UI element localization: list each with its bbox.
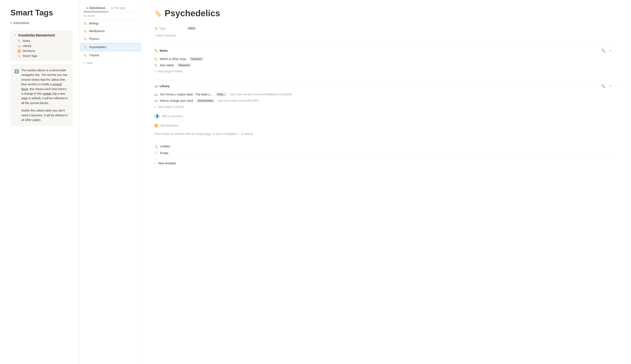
- notes-search-button[interactable]: 🔍: [600, 48, 606, 53]
- template-empty-label: Empty: [160, 151, 168, 155]
- nav-header[interactable]: → Knowledge Management: [13, 33, 70, 37]
- library-icon: 📖: [18, 44, 21, 48]
- notes-title-label: Notes: [160, 49, 168, 52]
- per-type-icon: ⊞: [111, 6, 113, 10]
- detail-tag-icon: 🏷️: [154, 10, 162, 17]
- tag-item-trauma[interactable]: 🏷️ Trauma: [79, 52, 142, 59]
- untitled-icon: 🏷️: [154, 145, 158, 148]
- note-badge-maps[interactable]: Research: [189, 57, 203, 61]
- right-panel: 🏷️ Psychedelics 🏷️ Type Mind + Add a pro…: [142, 0, 631, 364]
- nav-item-label: Notes: [23, 39, 30, 42]
- library-section-actions: 🔍 + ···: [600, 84, 618, 88]
- note-row-maps: ✏️ MAPS & Other Orgs Research: [154, 56, 618, 62]
- alphabetical-icon: ≡: [86, 6, 88, 10]
- tag-item-mindfulness[interactable]: 🏷️ Mindfulness: [79, 27, 142, 35]
- new-template-label: New template: [158, 162, 176, 165]
- nav-title[interactable]: Knowledge Management: [18, 33, 55, 37]
- arrow-icon: →: [13, 33, 17, 37]
- notes-section-icon: ✏️: [154, 49, 158, 52]
- comment-avatar: 👤: [154, 114, 160, 119]
- detail-title: Psychedelics: [165, 8, 220, 18]
- tag-icon: 🏷️: [84, 46, 87, 49]
- tag-item-biology[interactable]: 🏷️ Biology: [79, 20, 142, 27]
- callout-paragraph-1: The section above is a homemade navigati…: [21, 68, 69, 105]
- add-decisions-label: Add Decisions: [160, 124, 178, 127]
- tag-item-physics[interactable]: 🏷️ Physics: [79, 35, 142, 43]
- callout-content: The section above is a homemade navigati…: [21, 68, 69, 122]
- library-section-header: 📖 Library 🔍 + ···: [154, 84, 618, 88]
- sidebar-item-library[interactable]: 📖 Library: [18, 43, 70, 48]
- instructions-toggle[interactable]: ▶ Instructions: [11, 21, 73, 24]
- add-property-label: + Add a property: [154, 34, 176, 37]
- add-page-notes-label: New page in Notes: [158, 70, 182, 73]
- library-section-title: 📖 Library: [154, 84, 169, 88]
- lib-badge-mind[interactable]: Documentary: [196, 99, 214, 102]
- instructions-label: Instructions: [13, 21, 30, 24]
- callout-box: ℹ️ The section above is a homemade navig…: [11, 64, 73, 126]
- add-decisions-button[interactable]: 🔀 Add Decisions: [154, 122, 618, 129]
- library-more-button[interactable]: ···: [614, 84, 618, 88]
- add-page-notes-button[interactable]: + New page in Notes: [154, 68, 618, 74]
- nav-item-label: Library: [23, 44, 32, 48]
- lib-badge-tim[interactable]: Podc...: [216, 92, 227, 96]
- note-title-maps[interactable]: MAPS & Other Orgs: [160, 57, 186, 61]
- callout-paragraph-2: Delete this callout when you don't need …: [21, 108, 69, 122]
- info-icon: ℹ️: [14, 68, 19, 122]
- library-row-mind: 📖 How to change your mind Documentary ht…: [154, 98, 618, 104]
- notes-icon: ✏️: [18, 40, 21, 42]
- template-option-untitled[interactable]: 🏷️ Untitled: [154, 143, 618, 150]
- lib-title-tim[interactable]: Tim Ferriss x Gabor Maté - The Myth o...: [160, 93, 212, 96]
- column-header: Aa Name: [79, 12, 142, 20]
- notes-add-button[interactable]: +: [608, 48, 612, 53]
- template-untitled-label: Untitled: [160, 145, 170, 148]
- notes-section-title: ✏️ Notes: [154, 49, 168, 52]
- note-title-alan[interactable]: Alan Watts: [160, 64, 174, 67]
- synced-block-link[interactable]: synced block: [21, 82, 62, 90]
- library-search-button[interactable]: 🔍: [600, 84, 606, 88]
- lib-icon: 📖: [154, 99, 158, 102]
- nav-item-label: Smart Tags: [23, 54, 37, 58]
- type-value-badge[interactable]: Mind: [187, 26, 196, 30]
- template-option-empty[interactable]: 📄 Empty: [154, 150, 618, 156]
- nav-section: → Knowledge Management ✏️ Notes 📖 Librar…: [11, 30, 73, 61]
- tag-icon: 🏷️: [84, 37, 87, 40]
- notes-more-button[interactable]: ···: [614, 48, 618, 53]
- tab-alphabetical-label: Alphabetical: [89, 6, 105, 10]
- tab-per-type[interactable]: ⊞ Per type: [108, 4, 128, 12]
- tag-list: 🏷️ Biology 🏷️ Mindfulness 🏷️ Physics 🏷️ …: [79, 20, 142, 59]
- lib-icon: 📖: [154, 93, 158, 96]
- lib-title-mind[interactable]: How to change your mind: [160, 99, 193, 102]
- middle-panel: ≡ Alphabetical ⊞ Per type Aa Name 🏷️ Bio…: [79, 0, 142, 364]
- notes-section-header: ✏️ Notes 🔍 + ···: [154, 48, 618, 53]
- decisions-icon-sm: 🔀: [154, 124, 158, 127]
- template-prompt: Press Enter to continue with an empty pa…: [154, 130, 618, 138]
- add-property-button[interactable]: + Add a property: [154, 32, 618, 39]
- library-add-button[interactable]: +: [608, 84, 612, 88]
- tag-label: Psychedelics: [89, 46, 106, 49]
- add-page-lib-plus-icon: +: [154, 105, 156, 108]
- type-label: Type: [159, 27, 165, 30]
- sidebar-item-notes[interactable]: ✏️ Notes: [18, 38, 70, 43]
- new-template-button[interactable]: + New template: [154, 160, 618, 166]
- tab-alphabetical[interactable]: ≡ Alphabetical: [84, 4, 108, 12]
- note-badge-alan[interactable]: Research: [177, 64, 191, 67]
- type-property-label: 🏷️ Type: [154, 27, 184, 30]
- add-page-library-label: New page in Library: [158, 105, 184, 108]
- library-section-icon: 📖: [154, 84, 158, 88]
- add-page-library-button[interactable]: + New page in Library: [154, 104, 618, 110]
- plus-icon: +: [84, 61, 85, 65]
- detail-title-row: 🏷️ Psychedelics: [154, 8, 618, 18]
- new-tag-button[interactable]: + New: [79, 59, 142, 67]
- tag-item-psychedelics[interactable]: 🏷️ Psychedelics: [81, 43, 140, 51]
- comment-placeholder[interactable]: Add a comment...: [162, 114, 185, 118]
- tag-label: Trauma: [89, 54, 99, 57]
- library-section: 📖 Library 🔍 + ··· 📖 Tim Ferriss x Gabor …: [154, 80, 618, 110]
- tabs-bar: ≡ Alphabetical ⊞ Per type: [79, 0, 142, 12]
- notes-section: ✏️ Notes 🔍 + ··· ✏️ MAPS & Other Orgs Re…: [154, 44, 618, 74]
- template-options: 🏷️ Untitled 📄 Empty + New template: [154, 141, 618, 169]
- tag-label: Biology: [89, 22, 99, 25]
- note-icon: ✏️: [154, 58, 158, 61]
- tab-per-type-label: Per type: [115, 6, 125, 10]
- sidebar-item-decisions[interactable]: 🔀 Decisions: [18, 48, 70, 53]
- sidebar-item-smart-tags[interactable]: 🏷️ Smart Tags: [18, 53, 70, 58]
